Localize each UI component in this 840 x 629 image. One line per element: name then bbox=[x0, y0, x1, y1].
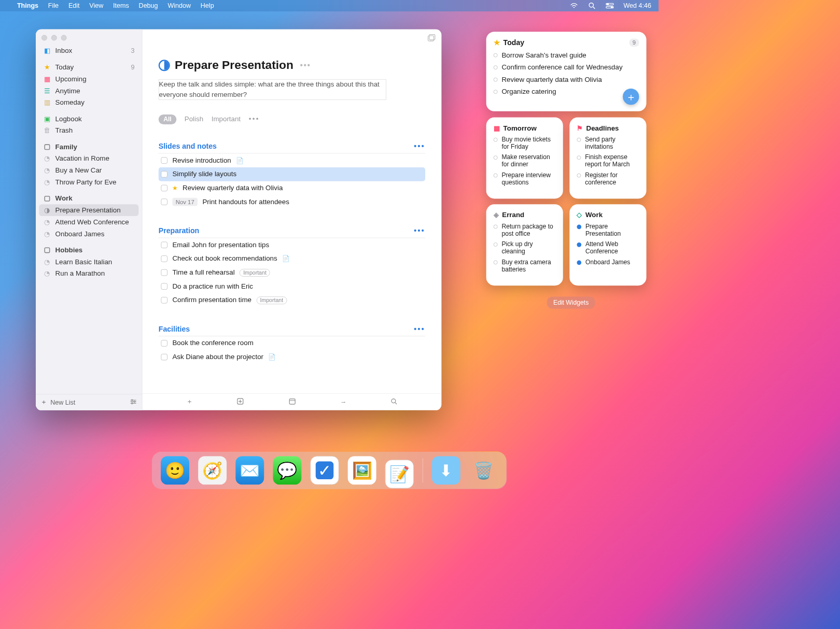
section-header[interactable]: Preparation ••• bbox=[159, 227, 425, 238]
sidebar-area-hobbies[interactable]: Hobbies bbox=[39, 245, 138, 256]
menu-view[interactable]: View bbox=[89, 2, 103, 9]
menubar-clock[interactable]: Wed 4:46 bbox=[623, 2, 651, 9]
checkbox[interactable] bbox=[161, 283, 167, 290]
area-icon: ◇ bbox=[577, 211, 582, 219]
new-list-button[interactable]: New List bbox=[50, 398, 75, 406]
menu-edit[interactable]: Edit bbox=[68, 2, 80, 9]
when-icon[interactable] bbox=[288, 397, 297, 407]
section-more-icon[interactable]: ••• bbox=[414, 142, 425, 151]
sidebar-project[interactable]: ◔Attend Web Conference bbox=[39, 216, 138, 228]
sidebar-someday[interactable]: ▥ Someday bbox=[39, 97, 138, 109]
new-todo-icon[interactable]: ＋ bbox=[186, 398, 193, 406]
flag-icon: ⚑ bbox=[577, 124, 583, 132]
sidebar-project[interactable]: ◔Throw Party for Eve bbox=[39, 176, 138, 188]
sidebar-area-work[interactable]: Work bbox=[39, 193, 138, 204]
checkbox[interactable] bbox=[161, 255, 167, 262]
dock-notes[interactable]: 📝 bbox=[385, 460, 414, 488]
filter-tag[interactable]: Important bbox=[212, 116, 241, 124]
sidebar-upcoming[interactable]: ▦ Upcoming bbox=[39, 73, 138, 85]
widget-item-label: Finish expense report for March bbox=[585, 153, 639, 168]
widget-deadlines[interactable]: ⚑Deadlines Send party invitations Finish… bbox=[569, 118, 646, 199]
dock-things[interactable]: ✓ bbox=[311, 456, 339, 484]
task-row[interactable]: Do a practice run with Eric bbox=[159, 280, 425, 294]
menu-window[interactable]: Window bbox=[167, 2, 191, 9]
section-more-icon[interactable]: ••• bbox=[414, 227, 425, 235]
checkbox[interactable] bbox=[161, 242, 167, 249]
open-in-window-icon[interactable] bbox=[427, 33, 436, 44]
task-row[interactable]: Simplify slide layouts bbox=[159, 167, 425, 181]
section-more-icon[interactable]: ••• bbox=[414, 325, 425, 333]
project-notes[interactable]: Keep the talk and slides simple: what ar… bbox=[159, 79, 386, 100]
checkbox[interactable] bbox=[161, 297, 167, 304]
task-row[interactable]: ★Review quarterly data with Olivia bbox=[159, 181, 425, 195]
dock-app[interactable]: 🖼️ bbox=[348, 456, 376, 484]
menu-file[interactable]: File bbox=[48, 2, 59, 9]
sidebar-inbox[interactable]: ◧ Inbox 3 bbox=[39, 45, 138, 56]
widget-work[interactable]: ◇Work Prepare Presentation Attend Web Co… bbox=[569, 204, 646, 285]
edit-widgets-button[interactable]: Edit Widgets bbox=[547, 296, 595, 309]
control-center-icon[interactable] bbox=[606, 2, 614, 10]
zoom-button[interactable] bbox=[61, 35, 67, 40]
dock-mail[interactable]: ✉️ bbox=[235, 456, 264, 484]
tag-icon: ◈ bbox=[494, 211, 499, 219]
section-header[interactable]: Slides and notes ••• bbox=[159, 142, 425, 154]
checkbox[interactable] bbox=[161, 185, 167, 192]
menu-items[interactable]: Items bbox=[113, 2, 129, 9]
task-row[interactable]: Check out book recommendations📄 bbox=[159, 252, 425, 266]
widget-count: 9 bbox=[629, 38, 639, 47]
checkbox[interactable] bbox=[161, 171, 167, 178]
checkbox[interactable] bbox=[161, 158, 167, 164]
checkbox[interactable] bbox=[161, 354, 167, 361]
widget-item-label: Review quarterly data with Olivia bbox=[501, 76, 601, 84]
app-menu[interactable]: Things bbox=[17, 2, 38, 9]
sidebar-project[interactable]: ◔Learn Basic Italian bbox=[39, 256, 138, 268]
dock-safari[interactable]: 🧭 bbox=[198, 456, 227, 484]
filter-tag[interactable]: Polish bbox=[185, 116, 203, 124]
project-more-icon[interactable]: ••• bbox=[298, 61, 311, 70]
task-row[interactable]: Nov 17Print handouts for attendees bbox=[159, 195, 425, 209]
move-icon[interactable]: → bbox=[340, 398, 347, 406]
sidebar-anytime[interactable]: ☰ Anytime bbox=[39, 85, 138, 97]
close-button[interactable] bbox=[41, 35, 47, 40]
dock-trash[interactable]: 🗑️ bbox=[469, 456, 498, 484]
sidebar-project[interactable]: ◔Vacation in Rome bbox=[39, 153, 138, 165]
menu-debug[interactable]: Debug bbox=[139, 2, 158, 9]
section-header[interactable]: Facilities ••• bbox=[159, 325, 425, 336]
task-row[interactable]: Revise introduction📄 bbox=[159, 154, 425, 168]
dock-messages[interactable]: 💬 bbox=[273, 456, 301, 484]
checkbox[interactable] bbox=[161, 340, 167, 347]
checkbox[interactable] bbox=[161, 199, 167, 206]
menu-help[interactable]: Help bbox=[201, 2, 214, 9]
project-title[interactable]: Prepare Presentation bbox=[175, 59, 293, 72]
sidebar-area-family[interactable]: Family bbox=[39, 141, 138, 153]
new-heading-icon[interactable] bbox=[236, 397, 245, 407]
task-row[interactable]: Time a full rehearsalImportant bbox=[159, 266, 425, 280]
sidebar-trash[interactable]: 🗑 Trash bbox=[39, 125, 138, 136]
sidebar-project-prepare-presentation[interactable]: ◑Prepare Presentation bbox=[39, 204, 138, 216]
widget-tomorrow[interactable]: ▦Tomorrow Buy movie tickets for Friday M… bbox=[486, 118, 563, 199]
widget-add-button[interactable]: ＋ bbox=[623, 89, 639, 105]
dock-finder[interactable]: 🙂 bbox=[161, 456, 189, 484]
sidebar-today[interactable]: ★ Today 9 bbox=[39, 61, 138, 73]
settings-icon[interactable] bbox=[130, 398, 137, 406]
filter-all[interactable]: All bbox=[159, 115, 176, 124]
task-row[interactable]: Ask Diane about the projector📄 bbox=[159, 350, 425, 364]
wifi-icon[interactable] bbox=[570, 2, 578, 10]
minimize-button[interactable] bbox=[51, 35, 57, 40]
sidebar-logbook[interactable]: ▣ Logbook bbox=[39, 113, 138, 125]
svg-point-5 bbox=[611, 7, 612, 8]
widget-errand[interactable]: ◈Errand Return package to post office Pi… bbox=[486, 204, 563, 285]
widget-today[interactable]: ★Today9 Borrow Sarah's travel guide Conf… bbox=[486, 32, 647, 111]
sidebar-project[interactable]: ◔Buy a New Car bbox=[39, 165, 138, 177]
checkbox[interactable] bbox=[161, 269, 167, 276]
task-row[interactable]: Email John for presentation tips bbox=[159, 238, 425, 252]
spotlight-icon[interactable] bbox=[588, 2, 596, 10]
widget-item-label: Make reservation for dinner bbox=[501, 153, 555, 168]
search-icon[interactable] bbox=[390, 397, 398, 406]
sidebar-project[interactable]: ◔Run a Marathon bbox=[39, 268, 138, 280]
filter-more-icon[interactable]: ••• bbox=[249, 116, 260, 124]
dock-downloads[interactable]: ⬇ bbox=[432, 456, 460, 484]
sidebar-project[interactable]: ◔Onboard James bbox=[39, 228, 138, 240]
task-row[interactable]: Book the conference room bbox=[159, 336, 425, 350]
task-row[interactable]: Confirm presentation timeImportant bbox=[159, 293, 425, 307]
